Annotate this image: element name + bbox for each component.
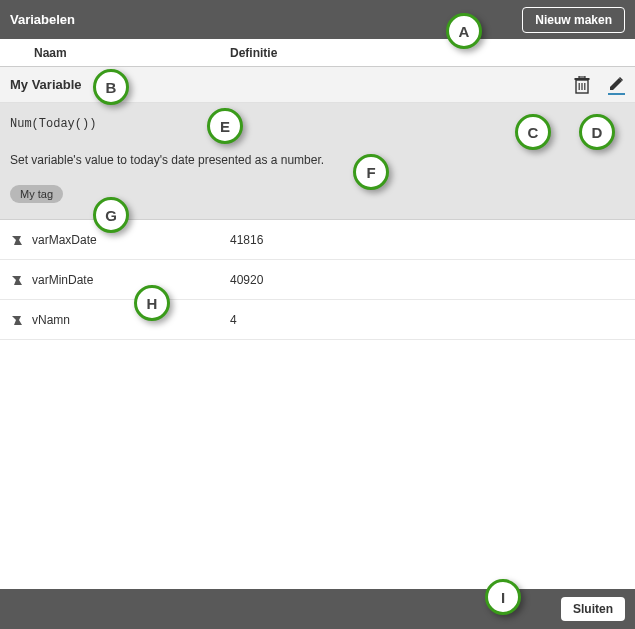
variable-description: Set variable's value to today's date pre… [10,153,625,167]
table-row[interactable]: vNamn 4 [0,300,635,340]
variable-icon [10,233,32,247]
create-new-button[interactable]: Nieuw maken [522,7,625,33]
column-name-header: Naam [0,46,230,60]
dialog-header: Variabelen Nieuw maken [0,0,635,39]
dialog-title: Variabelen [10,12,75,27]
table-row[interactable]: varMinDate 40920 [0,260,635,300]
column-headers: Naam Definitie [0,39,635,67]
selected-variable-row[interactable]: My Variable [0,67,635,103]
variable-tag[interactable]: My tag [10,185,63,203]
selected-variable-name: My Variable [10,77,574,92]
variable-row-name: vNamn [32,313,230,327]
variable-icon [10,273,32,287]
svg-rect-5 [579,76,585,78]
variable-icon [10,313,32,327]
variable-definition-code: Num(Today()) [10,117,625,131]
variable-row-value: 41816 [230,233,263,247]
variable-row-name: varMinDate [32,273,230,287]
close-button[interactable]: Sluiten [561,597,625,621]
column-definition-header: Definitie [230,46,277,60]
table-row[interactable]: varMaxDate 41816 [0,220,635,260]
variable-row-value: 4 [230,313,237,327]
variable-detail-panel: Num(Today()) Set variable's value to tod… [0,103,635,220]
variable-row-value: 40920 [230,273,263,287]
delete-icon[interactable] [574,76,590,94]
dialog-footer: Sluiten [0,589,635,629]
edit-icon[interactable] [608,75,625,95]
row-actions [574,75,625,95]
variable-row-name: varMaxDate [32,233,230,247]
